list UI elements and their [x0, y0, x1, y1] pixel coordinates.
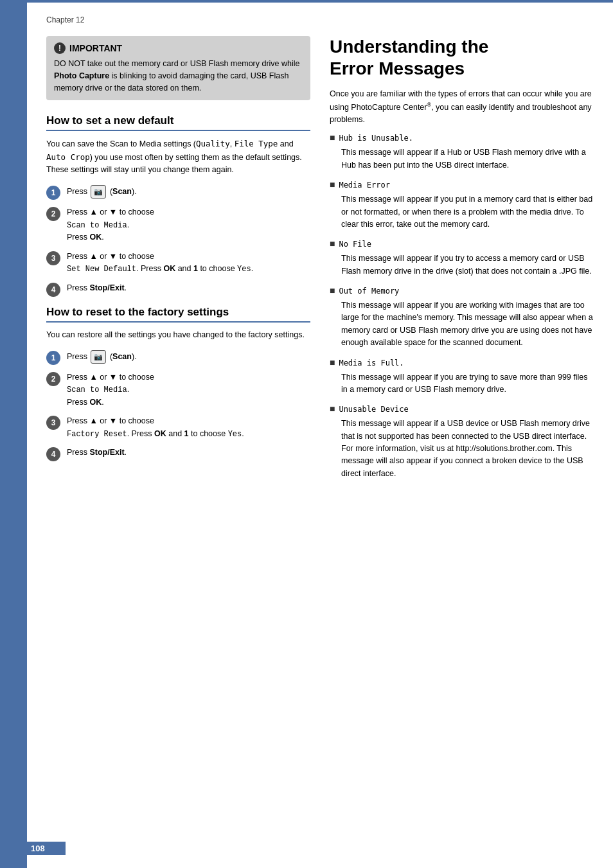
step: 1 Press 📷 (Scan). [46, 185, 310, 200]
important-box: ! IMPORTANT DO NOT take out the memory c… [46, 36, 310, 100]
important-icon: ! [54, 42, 66, 54]
step-number-3: 3 [46, 251, 60, 265]
step-2-content: Press ▲ or ▼ to chooseScan to Media.Pres… [67, 371, 154, 409]
step-number-2: 2 [46, 207, 60, 221]
step-1-content: Press 📷 (Scan). [67, 185, 137, 199]
step-number-3: 3 [46, 416, 60, 430]
error-desc: This message will appear if you are tryi… [330, 371, 594, 396]
step: 1 Press 📷 (Scan). [46, 350, 310, 365]
section1-steps: 1 Press 📷 (Scan). 2 Press ▲ or ▼ to choo… [46, 185, 310, 296]
step-number-4: 4 [46, 447, 60, 461]
error-code: ■ Out of Memory [330, 287, 594, 296]
error-bullet: ■ [330, 286, 335, 296]
error-item: ■ Hub is Unusable. This message will app… [330, 134, 594, 172]
right-column: Understanding the Error Messages Once yo… [330, 36, 594, 489]
main-content: Chapter 12 ! IMPORTANT DO NOT take out t… [27, 3, 613, 515]
error-code: ■ No File [330, 240, 594, 249]
error-code: ■ Media is Full. [330, 359, 594, 368]
error-desc: This message will appear if you put in a… [330, 193, 594, 231]
step: 4 Press Stop/Exit. [46, 447, 310, 461]
error-desc: This message will appear if you are work… [330, 299, 594, 350]
error-list: ■ Hub is Unusable. This message will app… [330, 134, 594, 480]
step: 3 Press ▲ or ▼ to chooseFactory Reset. P… [46, 415, 310, 440]
step-3-content: Press ▲ or ▼ to chooseFactory Reset. Pre… [67, 415, 244, 440]
right-intro: Once you are familiar with the types of … [330, 88, 594, 126]
step: 3 Press ▲ or ▼ to chooseSet New Default.… [46, 251, 310, 276]
error-bullet: ■ [330, 404, 335, 414]
important-title: ! IMPORTANT [54, 42, 303, 54]
error-bullet: ■ [330, 358, 335, 368]
step-1-content: Press 📷 (Scan). [67, 350, 137, 364]
error-item: ■ No File This message will appear if yo… [330, 240, 594, 278]
step-number-1: 1 [46, 351, 60, 365]
step-4-content: Press Stop/Exit. [67, 447, 127, 459]
error-desc: This message will appear if a USB device… [330, 418, 594, 480]
chapter-header: Chapter 12 [46, 15, 594, 24]
error-bullet: ■ [330, 180, 335, 190]
step-3-content: Press ▲ or ▼ to chooseSet New Default. P… [67, 251, 253, 276]
error-bullet: ■ [330, 239, 335, 249]
step-number-2: 2 [46, 372, 60, 386]
section2-intro: You can restore all the settings you hav… [46, 329, 310, 341]
left-column: ! IMPORTANT DO NOT take out the memory c… [46, 36, 310, 489]
left-sidebar [0, 0, 27, 868]
error-item: ■ Media Error This message will appear i… [330, 181, 594, 231]
error-item: ■ Out of Memory This message will appear… [330, 287, 594, 350]
section2-heading: How to reset to the factory settings [46, 306, 310, 323]
error-desc: This message will appear if you try to a… [330, 252, 594, 278]
scan-button-icon: 📷 [91, 350, 106, 364]
right-section-heading: Understanding the Error Messages [330, 36, 594, 79]
error-code: ■ Media Error [330, 181, 594, 190]
error-bullet: ■ [330, 133, 335, 143]
page-number: 108 [27, 842, 66, 855]
brother-link[interactable]: http://solutions.brother.com [456, 444, 553, 453]
scan-button-icon: 📷 [91, 185, 106, 199]
step-4-content: Press Stop/Exit. [67, 282, 127, 294]
section1-heading: How to set a new default [46, 114, 310, 131]
error-item: ■ Media is Full. This message will appea… [330, 359, 594, 396]
section2-steps: 1 Press 📷 (Scan). 2 Press ▲ or ▼ to choo… [46, 350, 310, 461]
step: 4 Press Stop/Exit. [46, 282, 310, 297]
error-code: ■ Unusable Device [330, 405, 594, 414]
step: 2 Press ▲ or ▼ to chooseScan to Media.Pr… [46, 206, 310, 244]
error-item: ■ Unusable Device This message will appe… [330, 405, 594, 480]
step-number-4: 4 [46, 283, 60, 297]
step-number-1: 1 [46, 186, 60, 200]
step-2-content: Press ▲ or ▼ to chooseScan to Media.Pres… [67, 206, 154, 244]
error-desc: This message will appear if a Hub or USB… [330, 146, 594, 172]
two-column-layout: ! IMPORTANT DO NOT take out the memory c… [46, 36, 594, 489]
error-code: ■ Hub is Unusable. [330, 134, 594, 143]
section1-intro: You can save the Scan to Media settings … [46, 137, 310, 176]
important-text: DO NOT take out the memory card or USB F… [54, 58, 303, 94]
step: 2 Press ▲ or ▼ to chooseScan to Media.Pr… [46, 371, 310, 409]
